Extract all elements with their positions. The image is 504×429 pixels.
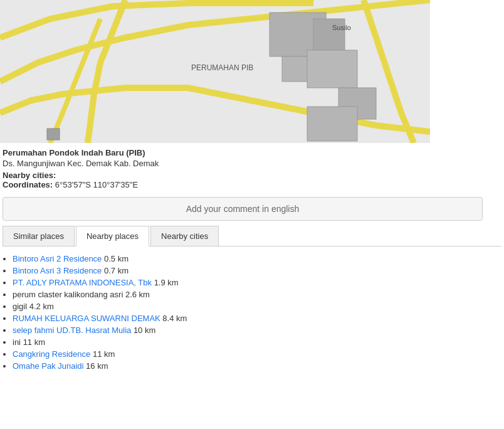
- list-item: Bintoro Asri 3 Residence 0.7 km: [13, 265, 501, 277]
- svg-rect-4: [307, 50, 357, 88]
- list-item: Omahe Pak Junaidi 16 km: [13, 360, 501, 372]
- map-place-label: PERUMAHAN PIB: [191, 63, 253, 72]
- list-item: ini 11 km: [13, 336, 501, 348]
- place-distance: 1.9 km: [152, 278, 179, 287]
- tab-nearby-cities[interactable]: Nearby cities: [150, 226, 219, 246]
- place-distance: 11 km: [90, 349, 115, 359]
- place-link[interactable]: Omahe Pak Junaidi: [13, 361, 83, 371]
- list-item: perum claster kalikondang asri 2.6 km: [13, 289, 501, 300]
- comment-button[interactable]: Add your comment in english: [3, 197, 483, 221]
- tabs-container: Similar places Nearby places Nearby citi…: [3, 226, 501, 246]
- coordinates-value: 6°53'57"S 110°37'35"E: [55, 180, 138, 189]
- list-item: PT. ADLY PRATAMA INDONESIA, Tbk 1.9 km: [13, 277, 501, 289]
- svg-rect-6: [47, 129, 60, 140]
- list-item: selep fahmi UD.TB. Hasrat Mulia 10 km: [13, 324, 501, 336]
- place-link[interactable]: PT. ADLY PRATAMA INDONESIA, Tbk: [13, 278, 152, 287]
- list-item: Cangkring Residence 11 km: [13, 348, 501, 360]
- list-item: RUMAH KELUARGA SUWARNI DEMAK 8.4 km: [13, 312, 501, 324]
- list-item: gigil 4.2 km: [13, 300, 501, 312]
- coordinates-row: Coordinates: 6°53'57"S 110°37'35"E: [3, 180, 486, 189]
- svg-rect-7: [307, 107, 357, 141]
- place-address: Ds. Mangunjiwan Kec. Demak Kab. Demak: [3, 159, 486, 168]
- place-name-text: gigil: [13, 302, 27, 311]
- place-name-text: ini: [13, 337, 21, 347]
- nearby-cities-label: Nearby cities:: [3, 171, 486, 180]
- place-name: Perumahan Pondok Indah Baru (PIB): [3, 148, 486, 157]
- place-distance: 16 km: [83, 361, 108, 371]
- map: PERUMAHAN PIB Susilo: [0, 0, 430, 143]
- tab-similar-places[interactable]: Similar places: [3, 226, 75, 246]
- coordinates-label: Coordinates:: [3, 180, 53, 189]
- place-link[interactable]: selep fahmi UD.TB. Hasrat Mulia: [13, 326, 131, 335]
- tab-nearby-places[interactable]: Nearby places: [76, 226, 149, 246]
- place-distance: 11 km: [21, 337, 45, 347]
- place-link[interactable]: Bintoro Asri 2 Residence: [13, 254, 102, 263]
- place-link[interactable]: RUMAH KELUARGA SUWARNI DEMAK: [13, 314, 160, 323]
- place-link[interactable]: Cangkring Residence: [13, 349, 90, 359]
- place-distance: 8.4 km: [160, 314, 187, 323]
- info-section: Perumahan Pondok Indah Baru (PIB) Ds. Ma…: [0, 143, 489, 192]
- place-distance: 0.5 km: [102, 254, 129, 263]
- place-link[interactable]: Bintoro Asri 3 Residence: [13, 266, 102, 275]
- place-distance: 4.2 km: [27, 302, 54, 311]
- place-distance: 2.6 km: [123, 290, 150, 299]
- place-distance: 10 km: [131, 326, 155, 335]
- place-name-text: perum claster kalikondang asri: [13, 290, 123, 299]
- places-list: Bintoro Asri 2 Residence 0.5 kmBintoro A…: [0, 246, 504, 378]
- place-distance: 0.7 km: [102, 266, 129, 275]
- map-susilo-label: Susilo: [332, 24, 351, 31]
- comment-button-container: Add your comment in english: [3, 197, 501, 221]
- list-item: Bintoro Asri 2 Residence 0.5 km: [13, 253, 501, 265]
